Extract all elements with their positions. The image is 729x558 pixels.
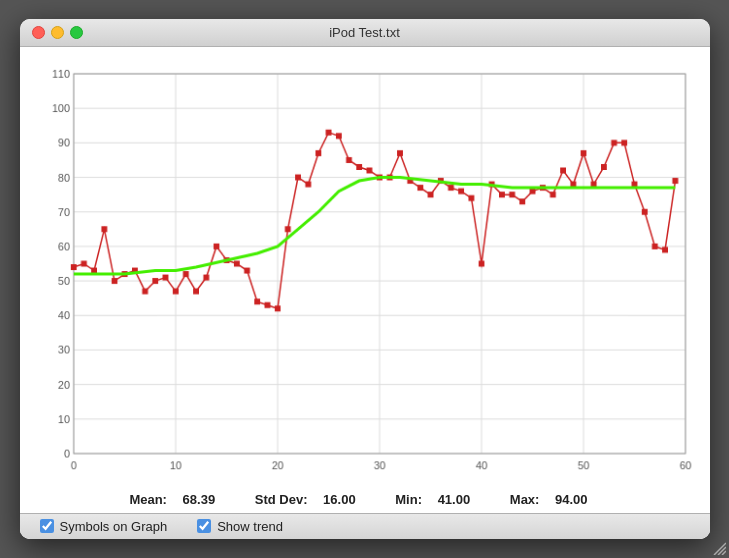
maximize-button[interactable] xyxy=(70,26,83,39)
traffic-lights xyxy=(32,26,83,39)
max-stat: Max: 94.00 xyxy=(510,492,600,507)
window-content: Mean: 68.39 Std Dev: 16.00 Min: 41.00 Ma… xyxy=(20,47,710,539)
close-button[interactable] xyxy=(32,26,45,39)
min-stat: Min: 41.00 xyxy=(395,492,486,507)
window-title: iPod Test.txt xyxy=(329,25,400,40)
chart-area xyxy=(20,47,710,486)
symbols-checkbox[interactable] xyxy=(40,519,54,533)
stddev-stat: Std Dev: 16.00 xyxy=(255,492,372,507)
symbols-label: Symbols on Graph xyxy=(60,519,168,534)
mean-stat: Mean: 68.39 xyxy=(129,492,230,507)
symbols-checkbox-label[interactable]: Symbols on Graph xyxy=(40,519,168,534)
stats-bar: Mean: 68.39 Std Dev: 16.00 Min: 41.00 Ma… xyxy=(20,486,710,513)
trend-label: Show trend xyxy=(217,519,283,534)
titlebar: iPod Test.txt xyxy=(20,19,710,47)
app-window: iPod Test.txt Mean: 68.39 Std Dev: 16.00… xyxy=(20,19,710,539)
line-chart xyxy=(30,62,700,481)
trend-checkbox-label[interactable]: Show trend xyxy=(197,519,283,534)
minimize-button[interactable] xyxy=(51,26,64,39)
trend-checkbox[interactable] xyxy=(197,519,211,533)
footer: Symbols on Graph Show trend xyxy=(20,513,710,539)
